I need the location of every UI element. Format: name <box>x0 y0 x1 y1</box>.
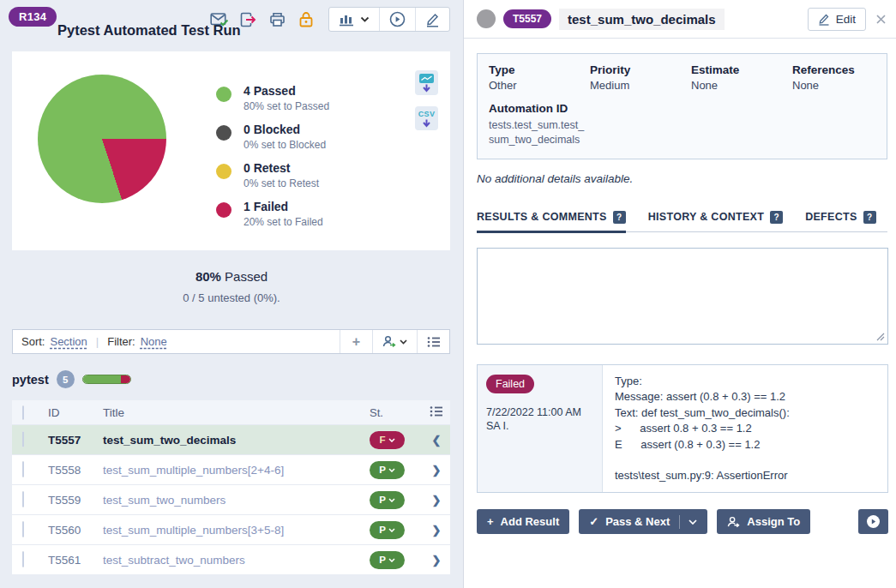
tab-label: HISTORY & CONTEXT <box>648 211 764 223</box>
tab-label: RESULTS & COMMENTS <box>477 211 607 223</box>
select-all-checkbox[interactable] <box>22 405 24 420</box>
play-circle-icon <box>866 514 881 529</box>
close-icon[interactable] <box>876 15 886 24</box>
table-row[interactable]: T5559 test_sum_two_numbers P ❯ <box>12 484 450 514</box>
run-toolbar <box>210 7 450 32</box>
case-id-badge: T5557 <box>503 9 551 28</box>
app-window: R134 Pytest Automated Test Run <box>0 0 896 588</box>
tab-defects[interactable]: DEFECTS ? <box>805 211 875 233</box>
chevron-down-icon <box>388 468 395 472</box>
add-result-button[interactable]: + Add Result <box>477 509 569 534</box>
print-icon[interactable] <box>268 11 287 28</box>
failed-dot-icon <box>216 202 232 218</box>
row-checkbox[interactable] <box>22 461 24 477</box>
table-columns-button[interactable] <box>423 405 450 420</box>
chart-view-button[interactable] <box>329 8 379 31</box>
help-icon[interactable]: ? <box>770 211 783 224</box>
tab-label: DEFECTS <box>805 211 857 223</box>
sort-value-link[interactable]: Section <box>50 335 87 348</box>
automation-id-label: Automation ID <box>489 102 875 115</box>
status-dropdown[interactable]: F <box>370 431 405 449</box>
test-title-link[interactable]: test_sum_multiple_numbers[3+5-8] <box>103 524 370 537</box>
row-checkbox[interactable] <box>22 521 24 537</box>
columns-icon <box>427 336 441 348</box>
download-csv-button[interactable]: CSV <box>415 106 438 130</box>
pass-and-next-button[interactable]: ✓ Pass & Next <box>579 509 707 534</box>
edit-button[interactable]: Edit <box>808 8 866 31</box>
tab-results-comments[interactable]: RESULTS & COMMENTS ? <box>477 211 626 233</box>
sort-filter-bar: Sort: Section | Filter: None + <box>12 329 450 354</box>
test-title-link[interactable]: test_subtract_two_numbers <box>103 554 370 567</box>
expand-row-icon[interactable]: ❯ <box>423 524 450 537</box>
pass-next-dropdown[interactable] <box>679 515 697 529</box>
status-dropdown[interactable]: P <box>370 521 405 539</box>
assign-dropdown-button[interactable] <box>372 330 417 353</box>
filter-value-link[interactable]: None <box>141 335 167 348</box>
collapse-row-icon[interactable]: ❮ <box>423 434 450 447</box>
result-line <box>615 453 875 468</box>
status-dropdown[interactable]: P <box>370 551 405 569</box>
add-section-button[interactable]: + <box>340 330 372 353</box>
table-row[interactable]: T5561 test_subtract_two_numbers P ❯ <box>12 544 450 574</box>
action-bar: + Add Result ✓ Pass & Next Assign To <box>477 509 888 534</box>
export-icon[interactable] <box>239 11 258 28</box>
row-checkbox[interactable] <box>22 551 24 567</box>
chevron-down-icon <box>388 558 395 562</box>
email-notify-icon[interactable] <box>210 11 229 28</box>
chart-downloads: CSV <box>415 70 438 130</box>
run-test-button[interactable] <box>858 509 888 534</box>
download-image-button[interactable] <box>415 70 438 95</box>
legend-item-retest: 0 Retest 0% set to Retest <box>216 161 329 189</box>
automation-id-value: tests.test_sum.test_sum_two_decimals <box>489 118 586 147</box>
status-chart-card: 4 Passed 80% set to Passed 0 Blocked 0% … <box>12 51 450 250</box>
table-row[interactable]: T5560 test_sum_multiple_numbers[3+5-8] P… <box>12 514 450 544</box>
separator: | <box>93 335 102 348</box>
column-header-title: Title <box>103 406 370 419</box>
comment-input[interactable] <box>477 248 888 345</box>
chevron-down-icon <box>360 16 370 22</box>
result-body: Type: Message: assert (0.8 + 0.3) == 1.2… <box>603 365 887 493</box>
columns-button[interactable] <box>417 330 449 353</box>
type-value: Other <box>489 79 590 92</box>
row-checkbox[interactable] <box>22 431 24 447</box>
table-row[interactable]: T5557 test_sum_two_decimals F ❮ <box>12 424 450 454</box>
row-checkbox[interactable] <box>22 491 24 507</box>
chevron-down-icon <box>388 498 395 502</box>
run-tests-button[interactable] <box>379 8 415 31</box>
help-icon[interactable]: ? <box>863 211 876 224</box>
assign-to-button[interactable]: Assign To <box>717 509 810 534</box>
result-meta: Failed 7/22/2022 11:00 AM SA I. <box>478 365 603 493</box>
test-title-link[interactable]: test_sum_two_decimals <box>103 434 370 447</box>
expand-row-icon[interactable]: ❯ <box>423 464 450 477</box>
sort-label: Sort: <box>21 335 45 348</box>
latest-result-card: Failed 7/22/2022 11:00 AM SA I. Type: Me… <box>477 364 888 494</box>
section-count-badge: 5 <box>57 370 75 388</box>
summary-percent: 80% <box>195 269 221 284</box>
status-dropdown[interactable]: P <box>370 491 405 509</box>
legend-sub: 0% set to Retest <box>244 177 319 189</box>
avatar <box>477 9 496 28</box>
help-icon[interactable]: ? <box>613 211 626 224</box>
run-actions-group <box>328 7 450 32</box>
result-status-badge: Failed <box>486 375 534 393</box>
expand-row-icon[interactable]: ❯ <box>423 494 450 507</box>
result-line: Message: assert (0.8 + 0.3) == 1.2 <box>615 389 875 405</box>
legend-label: 0 Retest <box>244 161 319 175</box>
section-progress-bar <box>82 375 131 384</box>
test-id: T5558 <box>48 464 103 477</box>
filter-label: Filter: <box>107 335 135 348</box>
status-dropdown[interactable]: P <box>370 461 405 479</box>
summary-word: Passed <box>225 269 268 284</box>
test-title-link[interactable]: test_sum_multiple_numbers[2+4-6] <box>103 464 370 477</box>
expand-row-icon[interactable]: ❯ <box>423 554 450 567</box>
tab-history-context[interactable]: HISTORY & CONTEXT ? <box>648 211 783 233</box>
test-title-link[interactable]: test_sum_two_numbers <box>103 494 370 507</box>
tests-table: ID Title St. T5557 test_sum_two_decimals… <box>12 400 450 574</box>
edit-run-button[interactable] <box>415 8 449 31</box>
table-row[interactable]: T5558 test_sum_multiple_numbers[2+4-6] P… <box>12 454 450 484</box>
lock-icon[interactable] <box>298 11 315 28</box>
legend-label: 0 Blocked <box>244 123 326 136</box>
run-panel: R134 Pytest Automated Test Run <box>0 0 463 588</box>
result-line: tests\test_sum.py:9: AssertionError <box>615 468 875 483</box>
bar-chart-icon <box>339 12 354 27</box>
